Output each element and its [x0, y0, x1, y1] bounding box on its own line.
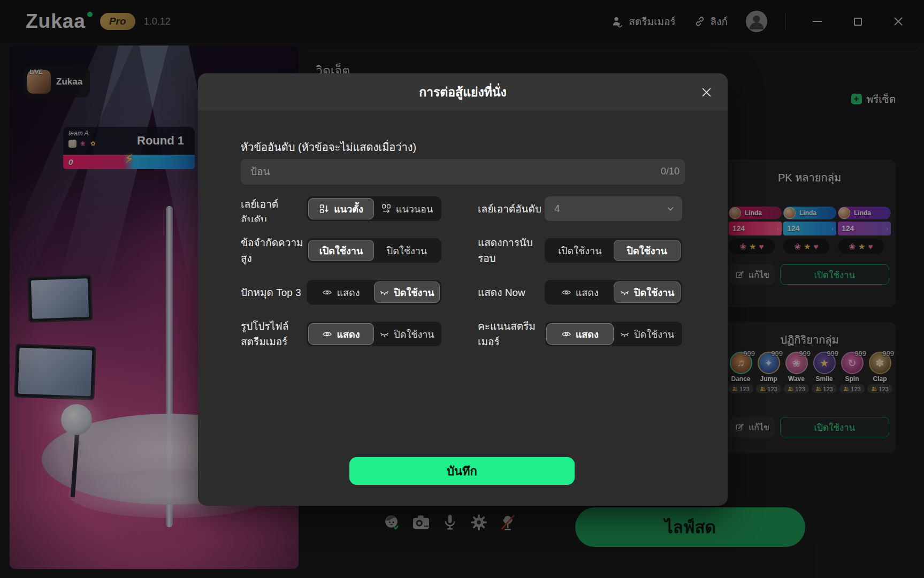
eye-icon — [561, 329, 571, 339]
option-vertical[interactable]: แนวตั้ง — [308, 198, 374, 219]
show-now-off[interactable]: ปิดใช้งาน — [614, 282, 681, 303]
save-button[interactable]: บันทึก — [349, 457, 575, 485]
chevron-down-icon — [666, 204, 675, 213]
profile-pic-show[interactable]: แสดง — [308, 323, 374, 345]
show-label: แสดง — [337, 326, 360, 342]
eye-icon — [561, 287, 571, 298]
pin-top3-label: ปักหมุด Top 3 — [241, 285, 304, 300]
settings-grid: เลย์เอาต์อันดับ แนวตั้ง แนวนอน เลย์เอาต์… — [241, 188, 682, 355]
show-label: แสดง — [576, 285, 599, 300]
eye-closed-icon — [620, 329, 630, 339]
streamer-score-toggle: แสดง ปิดใช้งาน — [545, 322, 682, 346]
close-icon — [701, 87, 712, 97]
pin-top3-show[interactable]: แสดง — [308, 282, 374, 303]
round-count-off[interactable]: ปิดใช้งาน — [614, 240, 681, 261]
show-now-toggle: แสดง ปิดใช้งาน — [545, 280, 682, 305]
option-horizontal[interactable]: แนวนอน — [374, 198, 440, 219]
show-label: แสดง — [337, 285, 360, 300]
app-window: Zukaa Pro 1.0.12 สตรีมเมอร์ ลิงก์ — [0, 0, 924, 578]
layout-orientation-toggle: แนวตั้ง แนวนอน — [307, 196, 441, 221]
round-count-label: แสดงการนับรอบ — [478, 235, 542, 266]
vertical-layout-icon — [319, 203, 330, 214]
option-horizontal-label: แนวนอน — [396, 201, 433, 217]
round-count-on[interactable]: เปิดใช้งาน — [546, 240, 614, 261]
height-limit-label: ข้อจำกัดความสูง — [241, 235, 304, 266]
option-vertical-label: แนวตั้ง — [334, 201, 363, 217]
enable-label: เปิดใช้งาน — [319, 243, 363, 258]
disable-label: ปิดใช้งาน — [634, 285, 674, 300]
enable-label: เปิดใช้งาน — [558, 243, 601, 258]
rank-heading-input[interactable] — [241, 159, 685, 185]
streamer-score-show[interactable]: แสดง — [546, 323, 614, 345]
streamer-score-label: คะแนนสตรีมเมอร์ — [478, 318, 542, 349]
profile-pic-off[interactable]: ปิดใช้งาน — [374, 323, 440, 345]
streamer-score-off[interactable]: ปิดใช้งาน — [614, 323, 681, 345]
horizontal-layout-icon — [381, 203, 392, 214]
pin-top3-off[interactable]: ปิดใช้งาน — [374, 282, 440, 303]
height-limit-toggle: เปิดใช้งาน ปิดใช้งาน — [307, 238, 441, 263]
eye-closed-icon — [379, 287, 390, 298]
eye-icon — [322, 329, 332, 339]
show-now-label: แสดง Now — [478, 285, 542, 300]
show-now-show[interactable]: แสดง — [546, 282, 614, 303]
show-label: แสดง — [576, 326, 599, 342]
round-count-toggle: เปิดใช้งาน ปิดใช้งาน — [545, 238, 682, 263]
char-counter: 0/10 — [642, 166, 679, 177]
height-limit-off[interactable]: ปิดใช้งาน — [374, 240, 440, 261]
seat-battle-modal: การต่อสู้แย่งที่นั่ง หัวข้ออันดับ (หัวข้… — [198, 73, 728, 506]
disable-label: ปิดใช้งาน — [387, 243, 427, 258]
layout-rank-label: เลย์เอาต์อันดับ — [241, 196, 304, 222]
eye-icon — [322, 287, 332, 298]
rank-count-value: 4 — [554, 203, 560, 215]
rank-heading-label: หัวข้ออันดับ (หัวข้อจะไม่แสดงเมื่อว่าง) — [241, 139, 416, 156]
profile-pic-toggle: แสดง ปิดใช้งาน — [307, 322, 441, 346]
layout-rank-count-label: เลย์เอาต์อันดับ — [478, 201, 542, 217]
eye-closed-icon — [379, 329, 390, 339]
disable-label: ปิดใช้งาน — [627, 243, 667, 258]
pin-top3-toggle: แสดง ปิดใช้งาน — [307, 280, 441, 305]
disable-label: ปิดใช้งาน — [394, 285, 434, 300]
disable-label: ปิดใช้งาน — [634, 326, 674, 342]
modal-header: การต่อสู้แย่งที่นั่ง — [198, 73, 728, 111]
eye-closed-icon — [620, 287, 630, 298]
save-label: บันทึก — [447, 462, 477, 481]
profile-pic-label: รูปโปรไฟล์สตรีมเมอร์ — [241, 318, 304, 349]
modal-title: การต่อสู้แย่งที่นั่ง — [419, 82, 507, 102]
modal-close-button[interactable] — [697, 82, 716, 102]
rank-count-dropdown[interactable]: 4 — [545, 196, 682, 221]
height-limit-on[interactable]: เปิดใช้งาน — [308, 240, 374, 261]
disable-label: ปิดใช้งาน — [394, 326, 434, 342]
